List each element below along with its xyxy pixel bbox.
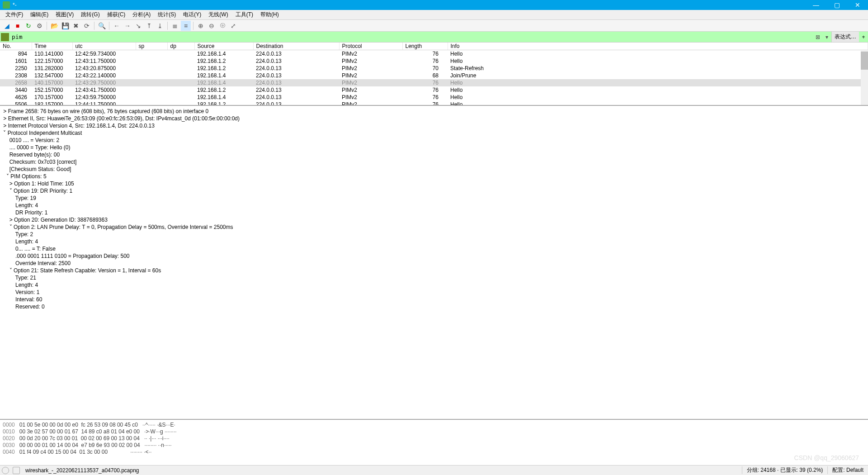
expert-info-icon[interactable] (2, 467, 9, 474)
menu-view[interactable]: 视图(V) (52, 10, 77, 19)
detail-line[interactable]: Version: 1 (0, 289, 868, 296)
reload-icon[interactable]: ⟳ (82, 21, 92, 31)
zoom-in-icon[interactable]: ⊕ (196, 21, 206, 31)
display-filter-input[interactable] (10, 33, 813, 41)
col-protocol[interactable]: Protocol (339, 43, 402, 50)
filter-bookmark-icon[interactable] (1, 33, 9, 41)
zoom-out-icon[interactable]: ⊖ (207, 21, 217, 31)
resize-columns-icon[interactable]: ⤢ (228, 21, 238, 31)
find-icon[interactable]: 🔍 (97, 21, 107, 31)
toolbar-separator (193, 22, 193, 30)
detail-line[interactable]: Reserved: 0 (0, 303, 868, 310)
detail-line[interactable]: 0010 .... = Version: 2 (0, 137, 868, 144)
maximize-button[interactable]: ▢ (826, 0, 847, 10)
stop-capture-icon[interactable]: ■ (13, 21, 23, 31)
packet-row[interactable]: 5506182.15700012:44:11.750000192.168.1.2… (0, 101, 868, 106)
detail-line[interactable]: > Option 20: Generation ID: 3887689363 (0, 216, 868, 223)
packet-row[interactable]: 3440152.15700012:43:41.750000192.168.1.2… (0, 86, 868, 94)
packet-row[interactable]: 4626170.15700012:43:59.750000192.168.1.4… (0, 94, 868, 101)
detail-line[interactable]: ˅ PIM Options: 5 (0, 173, 868, 180)
restart-capture-icon[interactable]: ↻ (24, 21, 33, 31)
hex-line[interactable]: 0040 01 f4 09 c4 00 15 00 04 01 3c 00 00… (3, 449, 865, 456)
detail-line[interactable]: Type: 2 (0, 231, 868, 238)
detail-line[interactable]: Reserved byte(s): 00 (0, 151, 868, 158)
detail-line[interactable]: ˅ Protocol Independent Multicast (0, 129, 868, 137)
go-first-icon[interactable]: ⤒ (144, 21, 154, 31)
expression-button[interactable]: 表达式… (831, 32, 859, 42)
start-capture-icon[interactable]: ◢ (2, 21, 12, 31)
packet-row[interactable]: 2250131.28200012:43:20.875000192.168.1.2… (0, 65, 868, 72)
go-forward-icon[interactable]: → (123, 21, 132, 31)
detail-line[interactable]: Type: 21 (0, 274, 868, 281)
detail-line[interactable]: ˅ Option 21: State Refresh Capable: Vers… (0, 267, 868, 274)
menu-tools[interactable]: 工具(T) (232, 10, 257, 19)
packet-row[interactable]: 1601122.15700012:43:11.750000192.168.1.2… (0, 57, 868, 65)
col-sp[interactable]: sp (136, 43, 167, 50)
detail-line[interactable]: Override Interval: 2500 (0, 260, 868, 267)
zoom-reset-icon[interactable]: ⦾ (217, 21, 227, 31)
status-packets: 分组: 24168 · 已显示: 39 (0.2%) (742, 466, 828, 474)
col-no[interactable]: No. (0, 43, 32, 50)
detail-line[interactable]: Type: 19 (0, 195, 868, 202)
open-file-icon[interactable]: 📂 (49, 21, 59, 31)
detail-line[interactable]: DR Priority: 1 (0, 209, 868, 216)
go-last-icon[interactable]: ⤓ (155, 21, 165, 31)
col-source[interactable]: Source (194, 43, 253, 50)
packet-row[interactable]: 2658140.15700012:43:29.750000192.168.1.4… (0, 79, 868, 86)
status-profile[interactable]: 配置: Default (827, 466, 868, 474)
col-dp[interactable]: dp (167, 43, 194, 50)
apply-filter-icon[interactable]: ▾ (822, 33, 831, 42)
add-filter-button[interactable]: + (859, 34, 868, 40)
save-file-icon[interactable]: 💾 (60, 21, 70, 31)
hex-line[interactable]: 0000 01 00 5e 00 00 0d 00 e0 fc 26 53 09… (3, 422, 865, 428)
hex-line[interactable]: 0030 00 00 00 01 00 14 00 04 e7 b9 6e 93… (3, 442, 865, 449)
detail-line[interactable]: .... 0000 = Type: Hello (0) (0, 144, 868, 151)
packet-bytes-pane[interactable]: 0000 01 00 5e 00 00 0d 00 e0 fc 26 53 09… (0, 420, 868, 465)
packet-list-header[interactable]: No. Time utc sp dp Source Destination Pr… (0, 43, 868, 50)
minimize-button[interactable]: — (806, 0, 826, 10)
hex-line[interactable]: 0010 00 3e 02 57 00 00 01 67 14 89 c0 a8… (3, 428, 865, 435)
go-to-packet-icon[interactable]: ↘ (133, 21, 143, 31)
col-utc[interactable]: utc (72, 43, 136, 50)
col-time[interactable]: Time (32, 43, 72, 50)
detail-line[interactable]: ˅ Option 19: DR Priority: 1 (0, 187, 868, 195)
menu-capture[interactable]: 捕获(C) (104, 10, 129, 19)
menu-file[interactable]: 文件(F) (2, 10, 27, 19)
close-button[interactable]: ✕ (847, 0, 868, 10)
menu-analyze[interactable]: 分析(A) (129, 10, 154, 19)
packet-row[interactable]: 894110.14100012:42:59.734000192.168.1.42… (0, 50, 868, 57)
go-back-icon[interactable]: ← (112, 21, 122, 31)
menu-stats[interactable]: 统计(S) (154, 10, 179, 19)
detail-line[interactable]: 0... .... = T: False (0, 245, 868, 252)
detail-line[interactable]: Length: 4 (0, 238, 868, 245)
detail-line[interactable]: .000 0001 1111 0100 = Propagation Delay:… (0, 252, 868, 260)
menu-wireless[interactable]: 无线(W) (205, 10, 231, 19)
detail-line[interactable]: > Ethernet II, Src: HuaweiTe_26:53:09 (0… (0, 115, 868, 122)
capture-options-icon[interactable]: ⚙ (34, 21, 44, 31)
menu-go[interactable]: 跳转(G) (77, 10, 103, 19)
detail-line[interactable]: [Checksum Status: Good] (0, 166, 868, 173)
hex-line[interactable]: 0020 00 0d 20 00 7c 03 00 01 00 02 00 69… (3, 435, 865, 442)
colorize-icon[interactable]: ≡ (181, 21, 191, 31)
menu-edit[interactable]: 编辑(E) (27, 10, 52, 19)
detail-line[interactable]: > Frame 2658: 76 bytes on wire (608 bits… (0, 108, 868, 115)
close-file-icon[interactable]: ✖ (71, 21, 81, 31)
packet-details-pane[interactable]: > Frame 2658: 76 bytes on wire (608 bits… (0, 106, 868, 420)
packet-row[interactable]: 2308132.54700012:43:22.140000192.168.1.4… (0, 72, 868, 79)
detail-line[interactable]: > Internet Protocol Version 4, Src: 192.… (0, 122, 868, 129)
packet-list-scrollbar[interactable] (861, 51, 868, 105)
col-length[interactable]: Length (402, 43, 448, 50)
clear-filter-icon[interactable]: ⊠ (813, 33, 822, 42)
detail-line[interactable]: > Option 1: Hold Time: 105 (0, 180, 868, 187)
menu-telephony[interactable]: 电话(Y) (179, 10, 205, 19)
capture-file-icon[interactable] (13, 467, 20, 474)
col-dest[interactable]: Destination (253, 43, 339, 50)
detail-line[interactable]: Interval: 60 (0, 296, 868, 303)
detail-line[interactable]: Length: 4 (0, 202, 868, 209)
auto-scroll-icon[interactable]: ≣ (170, 21, 180, 31)
detail-line[interactable]: Length: 4 (0, 281, 868, 289)
detail-line[interactable]: Checksum: 0x7c03 [correct] (0, 158, 868, 166)
col-info[interactable]: Info (448, 43, 868, 50)
menu-help[interactable]: 帮助(H) (257, 10, 283, 19)
detail-line[interactable]: ˅ Option 2: LAN Prune Delay: T = 0, Prop… (0, 223, 868, 231)
